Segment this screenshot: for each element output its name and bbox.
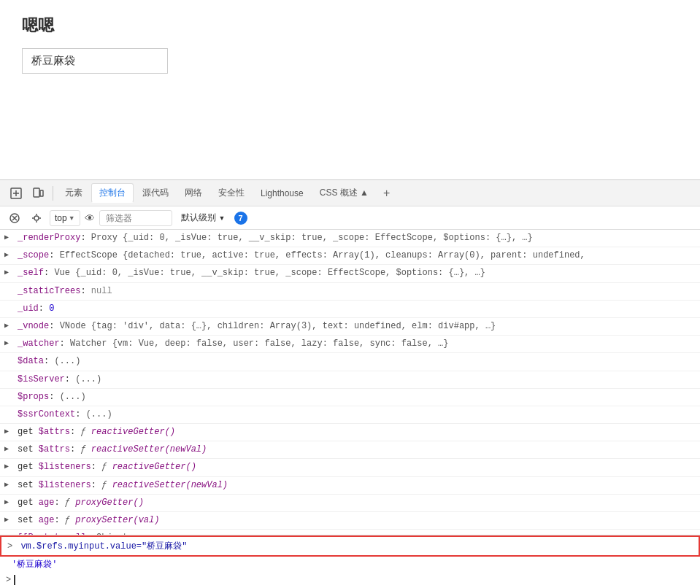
device-icon[interactable] [28, 183, 48, 204]
console-line: $ssrContext: (...) [0, 406, 700, 424]
console-line: ▶ _vnode: VNode {tag: 'div', data: {…}, … [0, 318, 700, 336]
console-line: ▶ _scope: EffectScope {detached: true, a… [0, 247, 700, 265]
eye-icon[interactable]: 👁 [85, 212, 95, 224]
svg-rect-1 [34, 188, 39, 197]
expand-icon[interactable]: ▶ [4, 338, 9, 349]
expand-icon[interactable]: ▶ [4, 320, 9, 332]
expand-icon[interactable]: ▶ [4, 461, 9, 473]
command-text: vm.$refs.myinput.value="桥豆麻袋" [20, 541, 187, 552]
expand-icon[interactable]: ▶ [4, 532, 9, 535]
inspect-icon[interactable] [6, 183, 26, 204]
add-tab-button[interactable]: + [377, 184, 396, 203]
tab-css-overview[interactable]: CSS 概述 ▲ [312, 184, 376, 202]
context-dropdown[interactable]: top ▼ [50, 210, 80, 226]
console-line: ▶ _renderProxy: Proxy {_uid: 0, _isVue: … [0, 230, 700, 247]
tab-network[interactable]: 网络 [177, 184, 209, 202]
svg-point-4 [34, 216, 39, 220]
devtools-tab-bar: 元素 控制台 源代码 网络 安全性 Lighthouse CSS 概述 ▲ + [0, 180, 700, 206]
result-text: '桥豆麻袋' [12, 560, 57, 570]
console-line: ▶ _watcher: Watcher {vm: Vue, deep: fals… [0, 336, 700, 353]
console-output: ▶ _renderProxy: Proxy {_uid: 0, _isVue: … [0, 230, 700, 535]
message-count-badge: 7 [234, 212, 247, 225]
console-line: ▶ set $listeners: ƒ reactiveSetter(newVa… [0, 477, 700, 495]
console-line: $props: (...) [0, 389, 700, 406]
tab-elements[interactable]: 元素 [58, 184, 90, 202]
expand-icon[interactable]: ▶ [4, 267, 9, 279]
expand-icon[interactable]: ▶ [4, 514, 9, 526]
tab-security[interactable]: 安全性 [211, 184, 252, 202]
tab-lighthouse[interactable]: Lighthouse [253, 185, 311, 201]
filter-button[interactable] [28, 209, 45, 227]
expand-icon[interactable]: ▶ [4, 249, 9, 261]
console-input-area: > vm.$refs.myinput.value="桥豆麻袋" '桥豆麻袋' > [0, 535, 700, 588]
level-label: 默认级别 [181, 212, 216, 224]
clear-console-button[interactable] [6, 209, 23, 227]
console-line: $isServer: (...) [0, 371, 700, 389]
console-line: ▶ _self: Vue {_uid: 0, _isVue: true, __v… [0, 265, 700, 282]
command-prefix: > [7, 541, 12, 552]
context-label: top [55, 213, 67, 223]
console-line: $data: (...) [0, 353, 700, 371]
tab-separator [53, 186, 53, 201]
console-line: _uid: 0 [0, 301, 700, 318]
text-input[interactable] [22, 48, 168, 74]
console-line: _staticTrees: null [0, 283, 700, 301]
console-line: ▶ get age: ƒ proxyGetter() [0, 495, 700, 512]
page-title: 嗯嗯 [22, 15, 678, 36]
level-dropdown[interactable]: 默认级别 ▼ [177, 210, 230, 225]
svg-rect-2 [40, 190, 43, 196]
expand-icon[interactable]: ▶ [4, 426, 9, 438]
expand-icon[interactable]: ▶ [4, 479, 9, 491]
filter-input[interactable] [99, 210, 172, 226]
console-cursor-line[interactable]: > [0, 572, 700, 588]
page-content: 嗯嗯 [0, 0, 700, 88]
cursor [14, 575, 15, 585]
console-line: ▶ get $attrs: ƒ reactiveGetter() [0, 424, 700, 441]
console-line: ▶ [[Prototype]]: Object [0, 530, 700, 535]
expand-icon[interactable]: ▶ [4, 497, 9, 508]
devtools-panel: 元素 控制台 源代码 网络 安全性 Lighthouse CSS 概述 ▲ + … [0, 179, 700, 588]
context-arrow-icon: ▼ [69, 214, 75, 222]
tab-console[interactable]: 控制台 [91, 183, 134, 203]
tab-sources[interactable]: 源代码 [135, 184, 176, 202]
expand-icon[interactable]: ▶ [4, 444, 9, 455]
console-toolbar: top ▼ 👁 默认级别 ▼ 7 [0, 206, 700, 230]
expand-icon[interactable]: ▶ [4, 232, 9, 244]
cursor-prefix: > [6, 575, 11, 585]
console-line: ▶ get $listeners: ƒ reactiveGetter() [0, 459, 700, 476]
level-arrow-icon: ▼ [219, 214, 226, 222]
console-command-line: > vm.$refs.myinput.value="桥豆麻袋" [0, 535, 700, 557]
console-line: ▶ set age: ƒ proxySetter(val) [0, 512, 700, 530]
console-line: ▶ set $attrs: ƒ reactiveSetter(newVal) [0, 441, 700, 459]
console-result-line: '桥豆麻袋' [0, 557, 700, 572]
